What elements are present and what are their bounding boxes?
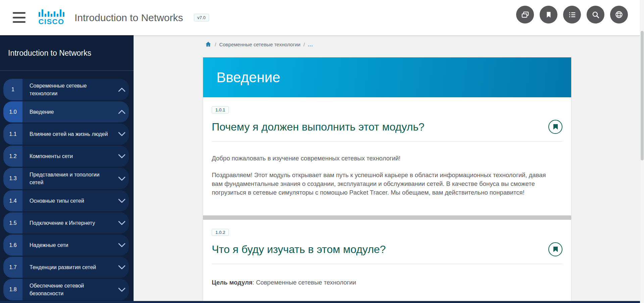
app-header: CISCO Introduction to Networks v7.0	[0, 0, 644, 35]
item-number: 1.1	[3, 123, 22, 145]
bookmarks-button[interactable]	[540, 6, 557, 23]
chevron-down-icon	[115, 168, 129, 189]
header-toolbar	[516, 6, 628, 23]
item-label: Основные типы сетей	[22, 190, 115, 211]
chevron-up-icon	[115, 101, 129, 122]
item-number: 1.7	[3, 257, 22, 278]
module-nav-list: 1 Современные сетевые технологии 1.0 Вве…	[0, 71, 134, 300]
bookmark-section-button[interactable]	[548, 242, 562, 256]
chevron-down-icon	[115, 212, 129, 234]
item-label: Тенденции развития сетей	[22, 257, 115, 278]
bookmark-icon	[553, 124, 558, 130]
cisco-logo: CISCO	[37, 7, 66, 26]
item-label: Представления и топологии сетей	[22, 168, 115, 189]
module-banner: Введение	[203, 57, 571, 97]
goal-label: Цель модуля	[212, 279, 252, 286]
breadcrumb-more-link[interactable]: ...	[308, 42, 313, 47]
item-number: 1.8	[3, 279, 22, 300]
paragraph: Добро пожаловать в изучение современных …	[212, 154, 562, 163]
breadcrumb-module-link[interactable]: Современные сетевые технологии	[219, 42, 300, 47]
item-label: Введение	[22, 101, 115, 122]
chevron-down-icon	[115, 279, 129, 300]
item-label: Компоненты сети	[22, 146, 115, 167]
item-number: 1.5	[3, 212, 22, 234]
title-rule	[212, 141, 562, 142]
item-label: Современные сетевые технологии	[22, 79, 115, 100]
course-pages-button[interactable]	[516, 6, 534, 23]
search-icon	[591, 10, 600, 19]
chevron-down-icon	[115, 190, 129, 211]
course-sidebar: Introduction to Networks 1 Современные с…	[0, 35, 134, 303]
sidebar-item-1-7[interactable]: 1.7 Тенденции развития сетей	[3, 257, 129, 278]
breadcrumb-separator: /	[215, 42, 216, 47]
item-label: Подключение к Интернету	[22, 212, 115, 234]
bottom-footer-bar	[0, 301, 644, 303]
item-number: 1.3	[3, 168, 22, 189]
item-number: 1.0	[3, 101, 22, 122]
home-icon[interactable]	[205, 41, 212, 48]
module-goal-line: Цель модуля: Современные сетевые техноло…	[212, 278, 562, 287]
language-globe-icon	[614, 10, 624, 19]
section-1-0-2: 1.0.2 Что я буду изучать в этом модуле? …	[203, 220, 571, 287]
section-title: Что я буду изучать в этом модуле?	[212, 243, 386, 256]
course-header-title: Introduction to Networks	[75, 0, 183, 35]
version-badge: v7.0	[194, 14, 209, 21]
content-card: Введение 1.0.1 Почему я должен выполнить…	[203, 57, 571, 301]
item-number: 1.2	[3, 146, 22, 167]
sidebar-item-1[interactable]: 1 Современные сетевые технологии	[3, 79, 129, 100]
table-of-contents-icon	[568, 10, 577, 19]
hamburger-menu-icon[interactable]	[13, 11, 26, 24]
section-number-badge: 1.0.2	[212, 229, 229, 236]
cisco-logo-bars-icon	[37, 7, 66, 17]
item-number: 1.4	[3, 190, 22, 211]
chevron-down-icon	[115, 123, 129, 145]
sidebar-item-1-2[interactable]: 1.2 Компоненты сети	[3, 146, 129, 167]
breadcrumb-separator: /	[303, 42, 305, 47]
item-number: 1.6	[3, 235, 22, 256]
sidebar-item-1-6[interactable]: 1.6 Надежные сети	[3, 235, 129, 256]
item-number: 1	[3, 79, 22, 100]
chevron-up-icon	[115, 79, 129, 100]
item-label: Влияние сетей на жизнь людей	[22, 123, 115, 145]
sidebar-item-1-1[interactable]: 1.1 Влияние сетей на жизнь людей	[3, 123, 129, 145]
section-title: Почему я должен выполнить этот модуль?	[212, 121, 425, 133]
paragraph: Поздравляем! Этот модуль открывает вам п…	[212, 171, 557, 197]
banner-title: Введение	[216, 69, 280, 86]
sidebar-course-title: Introduction to Networks	[0, 35, 134, 70]
item-label: Обеспечение сетевой безопасности	[22, 279, 115, 300]
search-button[interactable]	[587, 6, 604, 23]
item-label: Надежные сети	[22, 235, 115, 256]
bookmark-icon	[553, 246, 558, 252]
goal-text: : Современные сетевые технологии	[252, 279, 356, 286]
sidebar-item-1-8[interactable]: 1.8 Обеспечение сетевой безопасности	[3, 279, 129, 300]
sidebar-item-1-3[interactable]: 1.3 Представления и топологии сетей	[3, 168, 129, 189]
page-scrollbar-thumb[interactable]	[641, 31, 644, 160]
title-rule	[212, 264, 562, 264]
chevron-down-icon	[115, 146, 129, 167]
cisco-wordmark: CISCO	[37, 17, 66, 26]
bookmarks-icon	[545, 11, 553, 19]
section-number-badge: 1.0.1	[212, 106, 229, 113]
section-divider-bar	[203, 215, 571, 220]
sidebar-item-1-4[interactable]: 1.4 Основные типы сетей	[3, 190, 129, 211]
sidebar-item-1-5[interactable]: 1.5 Подключение к Интернету	[3, 212, 129, 234]
chevron-down-icon	[115, 257, 129, 278]
netacad-course-page: CISCO Introduction to Networks v7.0	[0, 0, 644, 303]
table-of-contents-button[interactable]	[563, 6, 581, 23]
page-scrollbar-track[interactable]	[640, 0, 644, 303]
bookmark-section-button[interactable]	[548, 120, 562, 134]
chevron-down-icon	[115, 235, 129, 256]
breadcrumb: / Современные сетевые технологии / ...	[205, 41, 313, 48]
course-pages-icon	[521, 10, 530, 19]
sidebar-item-1-0[interactable]: 1.0 Введение	[3, 101, 129, 122]
section-1-0-1: 1.0.1 Почему я должен выполнить этот мод…	[203, 97, 571, 197]
language-button[interactable]	[610, 6, 628, 23]
